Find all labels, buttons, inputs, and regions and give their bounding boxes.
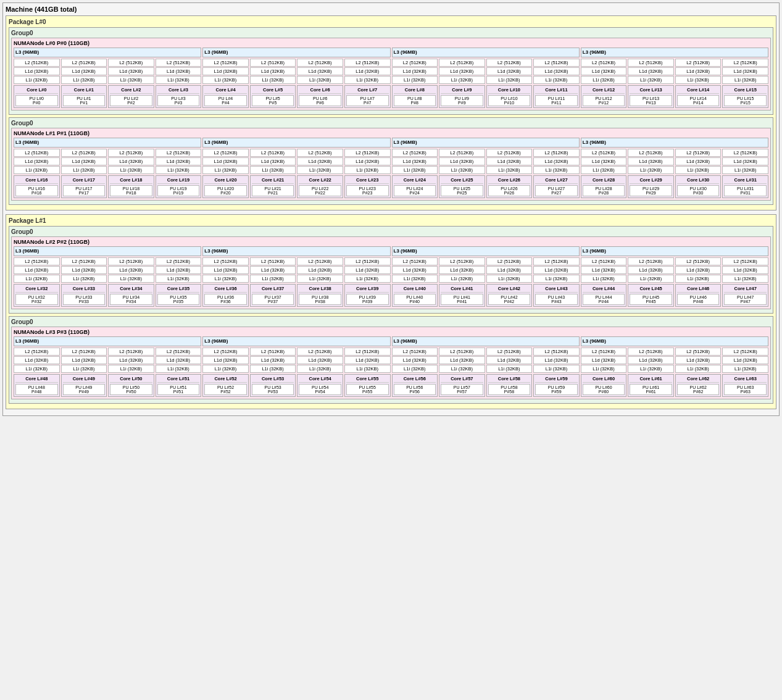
core-label: Core L#7: [346, 87, 389, 94]
cache-cell-l1d--32kb-: L1d (32KB): [392, 356, 438, 364]
pu-line1: PU L#46: [679, 295, 718, 299]
cache-cell-l2--512kb-: L2 (512KB): [156, 149, 202, 157]
l3-label: L3 (96MB): [394, 140, 578, 145]
pu-line2: P#12: [584, 101, 623, 105]
pu-box: PU L#39P#39: [346, 294, 389, 305]
cache-cell-l1i--32kb-: L1i (32KB): [14, 275, 60, 283]
cache-cell-l2--512kb-: L2 (512KB): [202, 149, 249, 157]
core-label: Core L#17: [63, 177, 106, 184]
cache-cell-l1i--32kb-: L1i (32KB): [202, 275, 249, 283]
cache-cell-l1d--32kb-: L1d (32KB): [675, 356, 722, 364]
pu-box: PU L#41P#41: [441, 294, 483, 305]
core-box: Core L#8PU L#8P#8: [392, 85, 438, 108]
core-label: Core L#24: [394, 177, 436, 184]
cache-cell-l1i--32kb-: L1i (32KB): [108, 166, 154, 174]
cache-cell-l1i--32kb-: L1i (32KB): [108, 76, 154, 84]
cache-cell-l1d--32kb-: L1d (32KB): [297, 266, 343, 274]
cache-cell-l2--512kb-: L2 (512KB): [533, 348, 580, 356]
pu-line1: PU L#19: [159, 186, 198, 191]
l3-label: L3 (96MB): [204, 338, 388, 344]
cache-cell-l1i--32kb-: L1i (32KB): [675, 166, 722, 174]
pu-line2: P#14: [679, 101, 718, 105]
core-label: Core L#60: [583, 376, 625, 383]
cache-cell-l1d--32kb-: L1d (32KB): [156, 67, 202, 75]
core-box: Core L#63PU L#63P#63: [722, 374, 768, 397]
pu-line1: PU L#17: [65, 186, 104, 191]
pu-line2: P#20: [206, 191, 245, 195]
cache-cell-l2--512kb-: L2 (512KB): [392, 348, 438, 356]
core-label: Core L#14: [677, 87, 720, 94]
core-box: Core L#14PU L#14P#14: [675, 85, 722, 108]
core-label: Core L#23: [346, 177, 389, 184]
cache-cell-l2--512kb-: L2 (512KB): [675, 59, 722, 67]
l3-label: L3 (96MB): [583, 338, 767, 344]
pu-line1: PU L#13: [631, 96, 670, 101]
pu-line2: P#5: [254, 101, 293, 105]
pu-line2: P#0: [17, 101, 56, 105]
cache-cell-l2--512kb-: L2 (512KB): [628, 348, 674, 356]
cache-cell-l1d--32kb-: L1d (32KB): [486, 266, 533, 274]
pu-line2: P#42: [490, 299, 529, 304]
pu-line2: P#17: [65, 191, 104, 195]
pu-line2: P#48: [17, 390, 56, 394]
l3-label: L3 (96MB): [204, 248, 388, 254]
pu-line2: P#11: [537, 101, 576, 105]
cache-cell-l2--512kb-: L2 (512KB): [108, 348, 154, 356]
pu-line2: P#61: [631, 390, 670, 394]
core-label: Core L#43: [535, 286, 578, 293]
cache-cell-l2--512kb-: L2 (512KB): [628, 149, 674, 157]
core-label: Core L#30: [677, 177, 720, 184]
core-box: Core L#59PU L#59P#59: [533, 374, 580, 397]
pu-line1: PU L#38: [301, 295, 339, 299]
cache-cell-l2--512kb-: L2 (512KB): [250, 149, 296, 157]
cache-cell-l1i--32kb-: L1i (32KB): [675, 365, 722, 373]
cache-cell-l1d--32kb-: L1d (32KB): [533, 67, 580, 75]
cache-cell-l1i--32kb-: L1i (32KB): [202, 76, 249, 84]
l3-box: L3 (96MB): [14, 246, 201, 256]
machine-title: Machine (441GB total): [6, 6, 776, 13]
core-label: Core L#55: [346, 376, 389, 383]
core-label: Core L#57: [441, 376, 483, 383]
core-label: Core L#41: [441, 286, 483, 293]
core-label: Core L#40: [394, 286, 436, 293]
l3-row: L3 (96MB)L3 (96MB)L3 (96MB)L3 (96MB): [14, 48, 768, 57]
pu-line2: P#33: [65, 299, 104, 304]
cache-cell-l1i--32kb-: L1i (32KB): [722, 275, 768, 283]
cache-cell-l1d--32kb-: L1d (32KB): [250, 356, 296, 364]
pu-box: PU L#4P#4: [204, 95, 247, 106]
core-label: Core L#16: [15, 177, 58, 184]
cache-cell-l2--512kb-: L2 (512KB): [581, 149, 627, 157]
l3-box: L3 (96MB): [581, 246, 768, 256]
cache-cell-l2--512kb-: L2 (512KB): [344, 149, 391, 157]
pu-line2: P#52: [206, 390, 245, 394]
l3-box: L3 (96MB): [202, 336, 390, 346]
pu-line1: PU L#34: [112, 295, 151, 299]
core-label: Core L#13: [630, 87, 672, 94]
group-box: Group0NUMANode L#1 P#1 (110GB)L3 (96MB)L…: [9, 117, 773, 205]
pu-line2: P#1: [65, 101, 104, 105]
pu-line2: P#13: [631, 101, 670, 105]
cache-cell-l1i--32kb-: L1i (32KB): [533, 365, 580, 373]
cache-cell-l1d--32kb-: L1d (32KB): [392, 157, 438, 165]
pu-line2: P#22: [301, 191, 339, 195]
pu-line1: PU L#62: [679, 385, 718, 390]
cache-cell-l1d--32kb-: L1d (32KB): [108, 356, 154, 364]
cache-cell-l1i--32kb-: L1i (32KB): [61, 365, 107, 373]
pu-line2: P#43: [537, 299, 576, 304]
cache-cell-l1d--32kb-: L1d (32KB): [14, 356, 60, 364]
cache-cell-l1i--32kb-: L1i (32KB): [14, 365, 60, 373]
pu-line2: P#38: [301, 299, 339, 304]
cache-cell-l1i--32kb-: L1i (32KB): [344, 365, 391, 373]
core-box: Core L#47PU L#47P#47: [722, 284, 768, 307]
cache-cell-l1d--32kb-: L1d (32KB): [156, 356, 202, 364]
pu-line2: P#63: [726, 390, 765, 394]
core-box: Core L#19PU L#19P#19: [156, 175, 202, 198]
core-label: Core L#37: [252, 286, 294, 293]
pu-line2: P#58: [490, 390, 529, 394]
cache-cell-l1i--32kb-: L1i (32KB): [344, 166, 391, 174]
pu-line1: PU L#41: [443, 295, 481, 299]
cache-cell-l1i--32kb-: L1i (32KB): [250, 275, 296, 283]
pu-line2: P#3: [159, 101, 198, 105]
core-box: Core L#18PU L#18P#18: [108, 175, 154, 198]
pu-box: PU L#58P#58: [488, 384, 531, 395]
